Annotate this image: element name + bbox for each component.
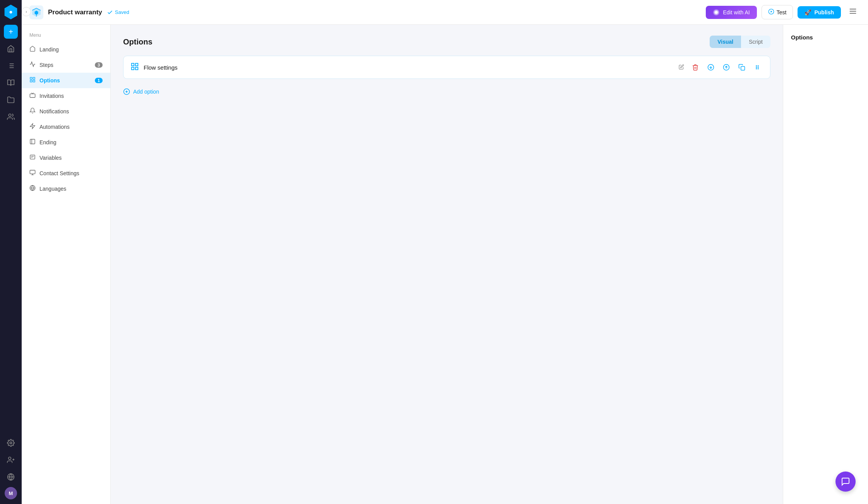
svg-point-44 [756, 66, 757, 67]
test-label: Test [777, 9, 787, 15]
avatar[interactable]: M [5, 487, 17, 499]
test-button[interactable]: Test [762, 5, 793, 19]
svg-point-47 [758, 67, 759, 68]
page-title: Product warranty [48, 9, 102, 16]
sidebar-item-landing[interactable]: Landing [22, 42, 110, 57]
tab-script[interactable]: Script [741, 36, 770, 48]
saved-status: Saved [107, 9, 129, 15]
add-user-icon[interactable] [4, 453, 18, 467]
publish-label: Publish [814, 9, 834, 15]
settings-icon[interactable] [4, 436, 18, 450]
sidebar-item-contact-settings[interactable]: Contact Settings [22, 166, 110, 181]
sidebar-item-steps[interactable]: Steps 3 [22, 57, 110, 73]
svg-rect-43 [741, 67, 745, 70]
header-logo [29, 5, 43, 19]
edit-with-ai-button[interactable]: Edit with AI [706, 6, 756, 19]
svg-point-48 [756, 68, 757, 69]
move-down-button[interactable] [705, 62, 717, 73]
edit-flow-settings-button[interactable] [678, 63, 685, 72]
collapse-sidebar-button[interactable]: › [22, 7, 31, 16]
ai-sparkle-icon [713, 9, 720, 16]
contact-settings-icon [29, 169, 36, 177]
svg-point-7 [10, 442, 12, 444]
header: Product warranty Saved Edit with AI Test… [22, 0, 868, 25]
sidebar-item-languages[interactable]: Languages [22, 181, 110, 196]
svg-point-6 [9, 114, 11, 117]
home-icon[interactable] [4, 42, 18, 56]
chat-support-button[interactable] [835, 472, 856, 492]
options-badge: 1 [95, 78, 103, 83]
svg-point-45 [758, 66, 759, 67]
sidebar-item-options[interactable]: Options 1 [22, 73, 110, 88]
globe-icon[interactable] [4, 470, 18, 484]
svg-point-8 [9, 457, 11, 460]
ending-icon [29, 138, 36, 146]
panel-title: Options [123, 38, 153, 46]
sidebar-item-ending[interactable]: Ending [22, 135, 110, 150]
play-icon [768, 9, 774, 16]
flow-settings-icon [130, 62, 139, 73]
landing-label: Landing [39, 46, 59, 53]
flow-settings-title: Flow settings [144, 64, 673, 71]
list-icon[interactable] [4, 59, 18, 73]
duplicate-button[interactable] [736, 62, 748, 73]
svg-rect-38 [132, 67, 134, 69]
icon-rail: ● + [0, 0, 22, 504]
add-new-button[interactable]: + [4, 25, 18, 39]
options-icon [29, 77, 36, 84]
hamburger-menu-button[interactable] [846, 5, 860, 19]
move-up-button[interactable] [720, 62, 732, 73]
rail-bottom: M [4, 436, 18, 499]
drag-handle-button[interactable] [751, 62, 763, 73]
svg-rect-37 [136, 67, 138, 69]
variables-icon [29, 154, 36, 162]
publish-button[interactable]: 🚀 Publish [798, 6, 841, 19]
svg-rect-25 [30, 139, 35, 144]
svg-marker-15 [770, 10, 772, 12]
contact-settings-label: Contact Settings [39, 170, 79, 176]
contacts-icon[interactable] [4, 110, 18, 124]
svg-point-46 [756, 67, 757, 68]
svg-point-49 [758, 68, 759, 69]
svg-rect-22 [30, 80, 32, 82]
sidebar-item-automations[interactable]: Automations [22, 119, 110, 135]
book-icon[interactable] [4, 76, 18, 90]
header-actions: Edit with AI Test 🚀 Publish [706, 5, 860, 19]
svg-rect-23 [30, 94, 35, 97]
svg-rect-36 [136, 63, 138, 65]
steps-icon [29, 61, 36, 69]
edit-ai-label: Edit with AI [723, 9, 750, 15]
notifications-label: Notifications [39, 108, 69, 114]
flow-settings-card: Flow settings [123, 56, 770, 79]
tab-visual[interactable]: Visual [710, 36, 741, 48]
invitations-label: Invitations [39, 93, 64, 99]
svg-rect-21 [33, 80, 35, 82]
folder-icon[interactable] [4, 93, 18, 107]
notifications-icon [29, 108, 36, 115]
sidebar-item-variables[interactable]: Variables [22, 150, 110, 166]
steps-label: Steps [39, 62, 53, 68]
automations-icon [29, 123, 36, 131]
options-label: Options [39, 77, 60, 84]
tab-group: Visual Script [710, 36, 770, 48]
left-sidebar: Menu Landing Steps 3 Options 1 [22, 25, 111, 504]
invitations-icon [29, 92, 36, 100]
main-container: Product warranty Saved Edit with AI Test… [22, 0, 868, 504]
rocket-icon: 🚀 [805, 9, 811, 15]
svg-marker-24 [30, 123, 35, 128]
svg-rect-19 [30, 77, 32, 79]
add-option-button[interactable]: Add option [123, 85, 770, 98]
sidebar-item-invitations[interactable]: Invitations [22, 88, 110, 104]
sidebar-item-notifications[interactable]: Notifications [22, 104, 110, 119]
right-panel-title: Options [791, 34, 860, 41]
automations-label: Automations [39, 124, 70, 130]
languages-label: Languages [39, 186, 66, 192]
right-panel: Options [783, 25, 868, 504]
svg-rect-35 [132, 63, 134, 65]
app-logo: ● [3, 5, 18, 19]
variables-label: Variables [39, 155, 62, 161]
content-area: Menu Landing Steps 3 Options 1 [22, 25, 868, 504]
delete-flow-button[interactable] [690, 62, 701, 73]
flow-card-actions [690, 62, 763, 73]
svg-rect-30 [30, 170, 35, 174]
